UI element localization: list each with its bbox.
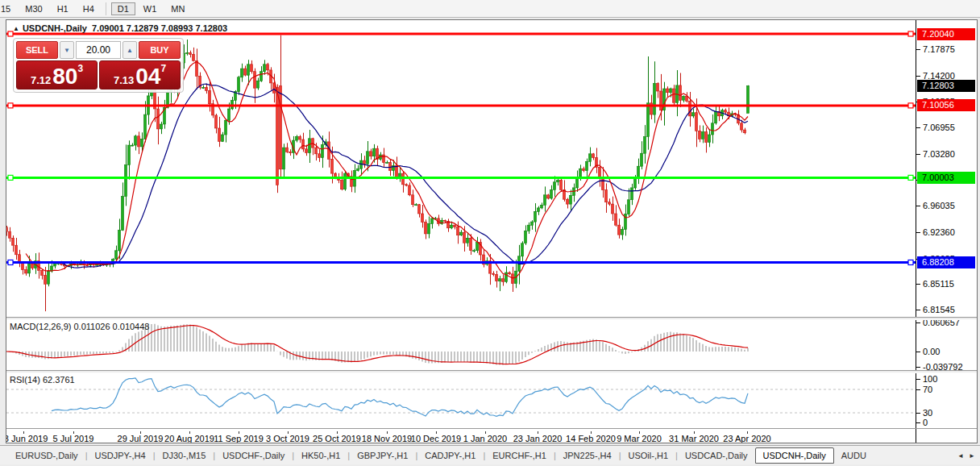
symbol-tabbar: EURUSD-,Daily|USDJPY-,H4|DJ30-,M15|USDCH… bbox=[0, 445, 980, 464]
date-label: 25 Oct 2019 bbox=[313, 434, 361, 443]
tab-usdcnh-daily[interactable]: USDCNH-,Daily bbox=[755, 447, 834, 464]
buy-button[interactable]: BUY bbox=[139, 41, 181, 59]
date-label: 9 Mar 2020 bbox=[617, 434, 662, 443]
axis-tick-label: 6.85115 bbox=[923, 279, 954, 289]
timeframe-button-d1[interactable]: D1 bbox=[111, 2, 135, 15]
tab-usdcad-daily[interactable]: USDCAD-,Daily bbox=[678, 447, 755, 464]
buy-price-big: 04 bbox=[135, 67, 160, 86]
axis-tick-mark bbox=[916, 49, 920, 50]
date-label: 11 Sep 2019 bbox=[214, 434, 264, 443]
volume-decrease-button[interactable]: ▼ bbox=[60, 41, 74, 59]
date-label: 10 Dec 2019 bbox=[411, 434, 461, 443]
timeframe-button-h4[interactable]: H4 bbox=[77, 2, 101, 15]
date-label: 29 Jul 2019 bbox=[118, 434, 164, 443]
axis-tick-mark bbox=[916, 322, 920, 323]
tab-jpn225-h4[interactable]: JPN225-,H4 bbox=[556, 447, 619, 464]
rsi-chart[interactable] bbox=[6, 373, 916, 428]
date-label: 20 Aug 2019 bbox=[164, 434, 214, 443]
axis-tick-mark bbox=[916, 310, 920, 310]
date-label: 14 Feb 2020 bbox=[566, 434, 616, 443]
date-axis[interactable]: 13 Jun 20195 Jul 201929 Jul 201920 Aug 2… bbox=[6, 431, 916, 443]
axis-tick-mark bbox=[916, 206, 920, 206]
sell-quote-panel[interactable]: 7.12 80 3 bbox=[16, 60, 98, 89]
tab-eurusd-daily[interactable]: EURUSD-,Daily bbox=[8, 447, 85, 464]
tab-usoil-h1[interactable]: USOil-,H1 bbox=[621, 447, 676, 464]
date-label: 31 Mar 2020 bbox=[669, 434, 719, 443]
macd-panel[interactable]: MACD(12,26,9) 0.011026 0.010448 bbox=[6, 320, 916, 370]
tab-gbpjpy-h1[interactable]: GBPJPY-,H1 bbox=[350, 447, 415, 464]
chart-ohlc-values: 7.09001 7.12879 7.08993 7.12803 bbox=[92, 23, 227, 33]
buy-price-pip: 7 bbox=[160, 64, 166, 73]
date-label: 5 Jul 2019 bbox=[53, 434, 94, 443]
timeframe-button-15[interactable]: 15 bbox=[0, 2, 17, 15]
axis-tick-label: 7.06955 bbox=[923, 123, 955, 133]
axis-tick-label: 70 bbox=[923, 385, 932, 395]
axis-tick-label: 0 bbox=[923, 418, 928, 428]
axis-tick-mark bbox=[916, 413, 920, 414]
timeframe-button-mn[interactable]: MN bbox=[164, 2, 191, 15]
date-label: 18 Nov 2019 bbox=[362, 434, 412, 443]
macd-label: MACD(12,26,9) 0.011026 0.010448 bbox=[10, 322, 149, 331]
axis-tick-mark bbox=[916, 127, 920, 128]
tab-scroll-right-icon[interactable]: ► bbox=[969, 452, 975, 460]
axis-tick-label: 7.03280 bbox=[923, 149, 955, 160]
volume-increase-button[interactable]: ▲ bbox=[122, 41, 137, 59]
date-label: 3 Oct 2019 bbox=[266, 434, 309, 443]
rsi-label: RSI(14) 62.3761 bbox=[10, 375, 75, 385]
price-badge: 7.12803 bbox=[917, 80, 975, 92]
date-label: 23 Apr 2020 bbox=[723, 434, 770, 443]
timeframe-button-w1[interactable]: W1 bbox=[137, 2, 164, 15]
one-click-trade-widget: SELL ▼ 20.00 ▲ BUY 7.12 80 3 7.13 04 7 bbox=[13, 38, 184, 93]
axis-tick-mark bbox=[916, 76, 920, 77]
tab-scroll-arrows: ◄ ► bbox=[954, 446, 978, 464]
price-badge: 6.88208 bbox=[917, 256, 975, 268]
date-label: 1 Jan 2020 bbox=[463, 434, 507, 443]
axis-tick-mark bbox=[916, 367, 920, 368]
axis-tick-label: 6.92360 bbox=[923, 227, 955, 238]
axis-tick-mark bbox=[916, 422, 920, 423]
panel-splitter[interactable] bbox=[6, 370, 977, 373]
toolbar-separator bbox=[106, 2, 106, 15]
chart-symbol-label: USDCNH-,Daily bbox=[23, 23, 87, 33]
tab-hk50-h1[interactable]: HK50-,H1 bbox=[294, 447, 347, 464]
sell-price-pip: 3 bbox=[77, 64, 83, 73]
timeframe-button-h1[interactable]: H1 bbox=[51, 2, 75, 15]
volume-input[interactable]: 20.00 bbox=[76, 41, 121, 59]
axis-tick-label: 100 bbox=[923, 374, 937, 385]
axis-tick-label: 0.00 bbox=[923, 347, 940, 357]
collapse-arrow-icon[interactable]: ▲ bbox=[13, 25, 19, 32]
tab-usdchf-daily[interactable]: USDCHF-,Daily bbox=[215, 447, 292, 464]
buy-quote-panel[interactable]: 7.13 04 7 bbox=[99, 60, 181, 89]
rsi-panel[interactable]: RSI(14) 62.3761 bbox=[6, 373, 916, 428]
date-label: 23 Jan 2020 bbox=[513, 434, 563, 443]
date-axis-divider bbox=[6, 428, 977, 429]
sell-price-big: 80 bbox=[52, 67, 77, 86]
axis-tick-label: 7.17875 bbox=[923, 44, 955, 55]
price-badge: 7.20040 bbox=[917, 28, 975, 40]
axis-tick-mark bbox=[916, 352, 920, 352]
price-badge: 7.00003 bbox=[917, 172, 975, 184]
tab-scroll-left-icon[interactable]: ◄ bbox=[957, 452, 964, 460]
tab-audu[interactable]: AUDU bbox=[834, 447, 874, 464]
axis-tick-mark bbox=[916, 154, 920, 155]
tab-eurchf-h1[interactable]: EURCHF-,H1 bbox=[485, 447, 554, 464]
tab-dj30-m15[interactable]: DJ30-,M15 bbox=[156, 447, 214, 464]
axis-tick-mark bbox=[916, 379, 920, 380]
sell-price-main: 7.12 bbox=[31, 74, 51, 86]
sell-button[interactable]: SELL bbox=[16, 41, 58, 59]
timeframe-button-m30[interactable]: M30 bbox=[19, 2, 48, 15]
panel-splitter[interactable] bbox=[6, 317, 977, 320]
axis-tick-label: 6.96035 bbox=[923, 201, 955, 211]
chart-title: ▲USDCNH-,Daily7.09001 7.12879 7.08993 7.… bbox=[13, 23, 227, 33]
price-badge: 7.10056 bbox=[917, 99, 975, 111]
tab-usdjpy-h4[interactable]: USDJPY-,H4 bbox=[87, 447, 152, 464]
axis-tick-mark bbox=[916, 232, 920, 233]
chart-window[interactable]: ▲USDCNH-,Daily7.09001 7.12879 7.08993 7.… bbox=[6, 19, 978, 443]
date-label: 13 Jun 2019 bbox=[6, 434, 48, 443]
axis-tick-mark bbox=[916, 389, 920, 390]
timeframe-toolbar: 15M30H1H4D1W1MN bbox=[0, 0, 980, 18]
tab-cadjpy-h1[interactable]: CADJPY-,H1 bbox=[417, 447, 483, 464]
axis-tick-mark bbox=[916, 284, 920, 285]
price-axis[interactable]: 7.178757.142007.069557.032806.960356.923… bbox=[916, 20, 977, 443]
axis-tick-label: 6.81545 bbox=[923, 305, 955, 315]
